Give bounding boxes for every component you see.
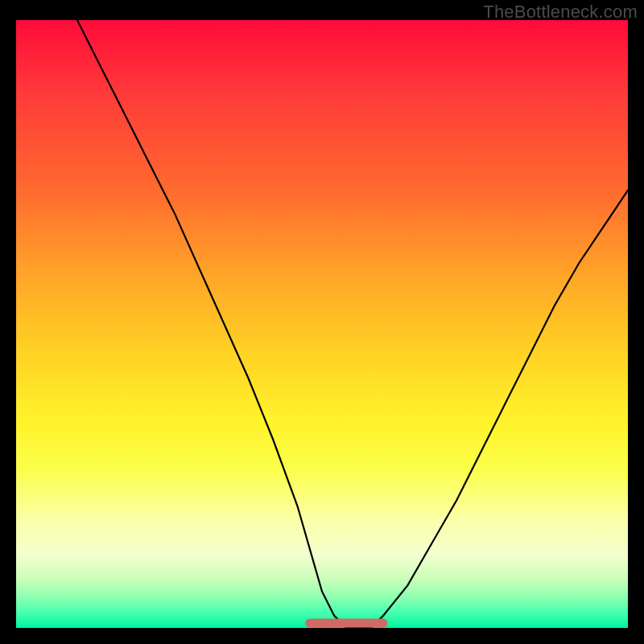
chart-frame: TheBottleneck.com: [0, 0, 644, 644]
v-curve-path: [77, 20, 628, 628]
curve-svg: [16, 20, 628, 628]
plot-area: [16, 20, 628, 628]
